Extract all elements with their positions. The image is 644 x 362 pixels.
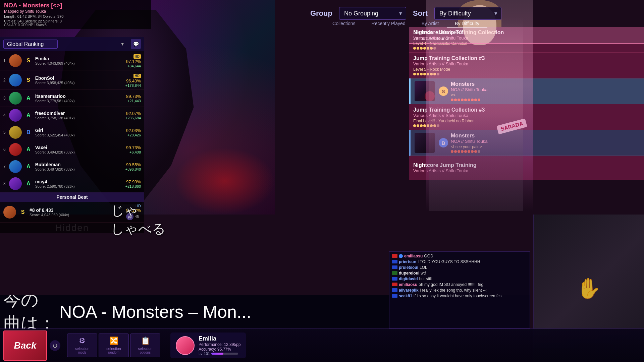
random-icon: 🔀	[109, 337, 118, 345]
mod-badge: HD	[133, 74, 141, 78]
song-item-diff: Final Level!! - Yuudachi no Ribbon	[413, 119, 640, 123]
list-item[interactable]: Jump Training Collection #3 Various Arti…	[409, 53, 644, 78]
tab-collections[interactable]: Collections	[324, 19, 363, 28]
player-info: Emilia Performance: 12,395pp Accuracy: 9…	[199, 335, 240, 356]
sliders-val: 22	[38, 19, 42, 23]
chat-username: emiliaosu	[399, 282, 417, 287]
group-dropdown[interactable]: No Grouping By Artist By BPM By Creator	[339, 7, 406, 20]
sort-label: Sort	[413, 9, 428, 18]
diff-dot	[478, 150, 480, 153]
diff-dot	[451, 99, 453, 101]
back-button[interactable]: Back	[3, 330, 47, 361]
hidden-mode-text: Hidden	[55, 223, 89, 233]
selection-options-button[interactable]: 📋 selection options	[130, 334, 160, 357]
ranking-dropdown-arrow: ▼	[120, 41, 125, 47]
sort-dropdown[interactable]: By Difficulty By Artist By Title By Date…	[434, 7, 501, 20]
webcam-image: ✋	[576, 277, 601, 300]
score-entry[interactable]: 6 A Vaxei Score: 3,494,028 (382x) 99.73%…	[0, 141, 144, 158]
chat-flag-red	[392, 254, 397, 258]
chat-text: if its so easy it wouldnt have only touc…	[414, 294, 527, 298]
song-meta: Length: 01:42 BPM: 84 Objects: 370	[4, 14, 147, 18]
score-acc: 97.93%	[125, 179, 141, 184]
chat-username: digitdavid	[399, 277, 418, 281]
score-pp: +178,844	[125, 83, 141, 87]
song-rank-badge: S	[439, 86, 448, 96]
score-entry[interactable]: 8 A mcy4 Score: 2,590,780 (326x) 97.93% …	[0, 175, 144, 192]
list-item[interactable]: Jump Training Collection #3 Various Arti…	[409, 104, 644, 130]
ticker-ja2: 曲は：	[3, 313, 56, 328]
diff-dot	[437, 73, 439, 75]
personal-best-score: Score: 4,043,069 (404x)	[30, 213, 123, 217]
list-item[interactable]: B Monsters NOA // Shifu Touka <I see you…	[409, 130, 644, 156]
ranking-dropdown-wrapper: Global Ranking Country Ranking Friend Ra…	[3, 40, 128, 49]
diff-dot	[413, 124, 416, 127]
diff-dot	[471, 150, 474, 153]
spinners-label: Spinners:	[43, 19, 60, 23]
diff-dot	[437, 124, 439, 127]
chat-toggle-button[interactable]: 💬	[131, 39, 141, 49]
song-item-name: Nightcore Jump Training	[413, 162, 640, 168]
chat-flag-blue	[392, 260, 397, 263]
score-points: Score: 3,758,138 (401x)	[35, 116, 123, 120]
score-entry[interactable]: 7 A Bubbleman Score: 3,487,620 (382x) 99…	[0, 158, 144, 175]
score-rank-badge: A	[24, 95, 33, 101]
score-username: itsamemarioo	[35, 94, 123, 99]
song-item-name: Jump Training Collection #3	[413, 107, 640, 113]
diff-dot	[433, 73, 436, 75]
selection-mods-button[interactable]: ⚙ selection mods	[67, 334, 97, 357]
sliders-label: Sliders:	[24, 19, 38, 23]
spinners-val: 0	[60, 19, 62, 23]
score-info: freedomdiver Score: 3,758,138 (401x)	[35, 111, 123, 120]
score-username: freedomdiver	[35, 111, 123, 116]
score-right: HD 96.40% +178,844	[125, 72, 141, 87]
score-points: Score: 3,958,425 (403x)	[35, 81, 123, 85]
score-entry-num: 8	[3, 181, 6, 186]
ranking-dropdown-bar: Global Ranking Country Ranking Friend Ra…	[0, 37, 144, 51]
score-points: Score: 2,590,780 (326x)	[35, 184, 123, 188]
random-sublabel: random	[108, 351, 119, 354]
score-acc: 97.12%	[126, 59, 141, 64]
selection-random-button[interactable]: 🔀 selection random	[99, 334, 129, 357]
diff-dot	[420, 124, 423, 127]
list-item[interactable]: S Monsters NOA // Shifu Touka <>	[409, 78, 644, 104]
score-entry[interactable]: 1 S Emilia Score: 4,043,069 (404x) HD 97…	[0, 51, 144, 70]
diff-dot	[430, 73, 433, 75]
search-bar: Search: shifu bes2 28 matches found!	[409, 27, 644, 44]
chat-message: digitdavid but still	[392, 277, 527, 281]
song-item-artist: Various Artists // Shifu Touka	[413, 113, 640, 118]
score-entry-num: 2	[3, 78, 6, 82]
back-button-label: Back	[14, 340, 37, 351]
score-pp: +6,408	[126, 150, 141, 154]
diff-dot	[454, 99, 457, 101]
score-entry[interactable]: 3 A itsamemarioo Score: 3,779,581 (402x)…	[0, 90, 144, 107]
diff-dots	[413, 47, 640, 50]
song-item-artist: NOA // Shifu Touka	[451, 139, 640, 144]
search-input-display[interactable]: Search: shifu bes2	[413, 29, 640, 36]
bg-splatter	[174, 147, 275, 215]
chat-username: seek81	[399, 294, 412, 298]
score-points: Score: 3,487,620 (382x)	[35, 167, 123, 171]
diff-dot	[468, 150, 470, 153]
chat-username: alivareplik	[399, 288, 419, 293]
tab-recently-played[interactable]: Recently Played	[364, 19, 414, 28]
score-info: EbonSol Score: 3,958,425 (403x)	[35, 75, 123, 85]
song-rank-badge: B	[439, 138, 448, 147]
score-right: 92.07% +235,684	[125, 111, 141, 120]
score-entry[interactable]: 4 A freedomdiver Score: 3,758,138 (401x)…	[0, 107, 144, 124]
score-entry[interactable]: 2 S EbonSol Score: 3,958,425 (403x) HD 9…	[0, 70, 144, 90]
score-entry[interactable]: 5 B Girl Score: 3,522,454 (400x) 92.03% …	[0, 124, 144, 141]
score-pp: +84,644	[126, 64, 141, 68]
score-points: Score: 4,043,069 (404x)	[35, 61, 123, 65]
list-item[interactable]: Nightcore Jump Training Various Artists …	[409, 156, 644, 180]
diff-dot	[464, 150, 467, 153]
song-length-label: Length:	[4, 14, 17, 18]
power-icon[interactable]: ⏻	[50, 340, 60, 351]
chat-messages: emiliaosu GOD priertsun I TOLD YOU GUYS …	[389, 252, 530, 328]
song-thumbnail	[415, 133, 435, 153]
diff-dot	[454, 150, 457, 153]
song-item-diff: Level 5 - Rock Mode	[413, 67, 640, 72]
diff-dot	[458, 99, 460, 101]
ranking-dropdown[interactable]: Global Ranking Country Ranking Friend Ra…	[3, 40, 58, 49]
diff-dot	[474, 150, 477, 153]
diff-dot	[427, 47, 429, 50]
